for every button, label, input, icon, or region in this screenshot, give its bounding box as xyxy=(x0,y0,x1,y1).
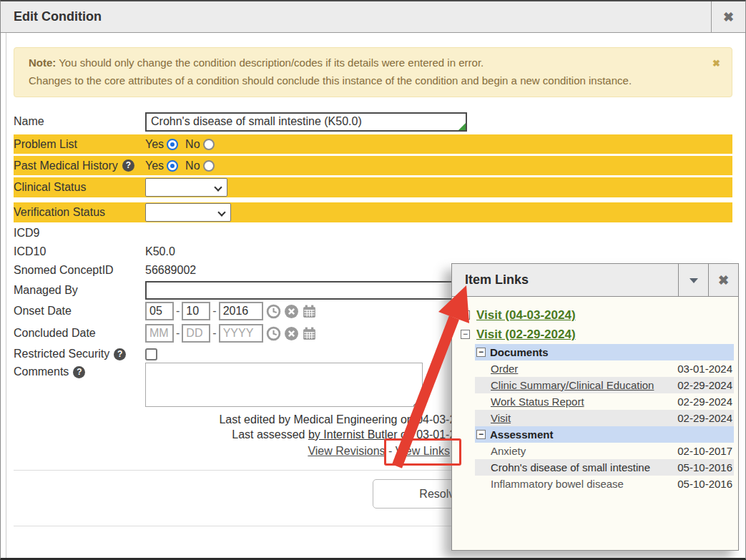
document-row: Order 03-01-2024 xyxy=(475,360,734,377)
close-icon: ✖ xyxy=(723,10,734,24)
left-gutter xyxy=(1,33,6,558)
clear-date-icon[interactable] xyxy=(284,326,299,341)
visit-link-row: − Visit (04-03-2024) xyxy=(461,305,738,325)
chevron-down-icon xyxy=(217,208,225,216)
clock-icon[interactable] xyxy=(266,326,281,341)
document-date: 02-29-2024 xyxy=(672,379,734,391)
assessment-item: Inflammatory bowel disease xyxy=(491,478,672,490)
item-links-header: Item Links ✖ xyxy=(452,264,738,297)
document-link[interactable]: Visit xyxy=(491,412,672,424)
problem-list-label: Problem List xyxy=(14,138,145,151)
verification-status-select[interactable] xyxy=(145,203,231,222)
visit-link[interactable]: Visit (04-03-2024) xyxy=(476,308,576,323)
problem-list-row: Problem List Yes No xyxy=(14,134,732,154)
calendar-icon[interactable] xyxy=(302,304,317,319)
concluded-day-input[interactable] xyxy=(182,324,210,343)
comments-textarea[interactable] xyxy=(145,363,423,407)
calendar-icon[interactable] xyxy=(302,326,317,341)
pmh-yes-radio[interactable] xyxy=(167,160,178,172)
chevron-down-icon xyxy=(214,183,222,191)
problem-list-no-label: No xyxy=(185,138,200,151)
assessment-row: Crohn's disease of small intestine 05-10… xyxy=(475,459,734,476)
revision-links-line: View Revisions - View Links xyxy=(144,445,450,458)
dialog-titlebar: Edit Condition ✖ xyxy=(1,1,745,33)
documents-header-label: Documents xyxy=(490,346,549,358)
clinical-status-select[interactable] xyxy=(145,178,227,197)
collapse-icon[interactable]: − xyxy=(476,348,486,357)
view-revisions-link[interactable]: View Revisions xyxy=(308,445,385,457)
document-link[interactable]: Clinic Summary/Clinical Education xyxy=(491,379,672,391)
last-assessed-prefix: Last assessed xyxy=(232,428,308,441)
concluded-month-input[interactable] xyxy=(145,324,174,343)
assessment-date: 02-10-2017 xyxy=(672,445,734,457)
clock-icon[interactable] xyxy=(266,304,281,319)
document-row: Visit 02-29-2024 xyxy=(475,410,734,426)
concluded-year-input[interactable] xyxy=(219,324,263,343)
pmh-row: Past Medical History Yes No xyxy=(14,156,732,175)
snomed-label: Snomed ConceptID xyxy=(14,264,145,277)
pmh-no-radio[interactable] xyxy=(203,160,215,172)
pmh-yes-label: Yes xyxy=(145,159,164,172)
collapse-icon[interactable]: − xyxy=(461,330,470,339)
problem-list-no-radio[interactable] xyxy=(203,139,215,150)
managed-by-label: Managed By xyxy=(14,284,145,297)
date-separator xyxy=(212,305,216,318)
collapse-icon[interactable]: − xyxy=(476,430,486,439)
note-text-2: Changes to the core attributes of a cond… xyxy=(29,74,703,87)
assessment-item: Anxiety xyxy=(491,445,672,457)
restricted-label-wrap: Restricted Security xyxy=(14,348,145,360)
assessment-item-current: Crohn's disease of small intestine xyxy=(491,461,672,473)
problem-list-yes-label: Yes xyxy=(145,138,164,151)
verification-status-row: Verification Status xyxy=(14,202,732,222)
clinical-status-label: Clinical Status xyxy=(14,181,145,194)
document-date: 03-01-2024 xyxy=(672,363,734,375)
icd10-label: ICD10 xyxy=(14,245,145,258)
onset-date-label: Onset Date xyxy=(14,305,145,318)
name-label: Name xyxy=(14,115,145,128)
item-links-menu-button[interactable] xyxy=(678,264,708,296)
caret-down-icon xyxy=(689,278,698,283)
visit-link[interactable]: Visit (02-29-2024) xyxy=(476,328,576,342)
last-assessed-text: Last assessed by Internist Butler on 03-… xyxy=(144,428,475,441)
assessment-section-header: − Assessment xyxy=(475,426,734,443)
item-links-close-button[interactable]: ✖ xyxy=(708,264,738,296)
collapse-icon[interactable]: − xyxy=(461,310,470,320)
comments-area xyxy=(145,363,423,410)
icd10-value: K50.0 xyxy=(145,245,175,258)
pmh-no-label: No xyxy=(185,159,200,172)
documents-section-header: − Documents xyxy=(475,344,734,360)
verification-status-label: Verification Status xyxy=(14,206,145,219)
restricted-security-label: Restricted Security xyxy=(14,348,109,360)
onset-month-input[interactable] xyxy=(145,302,174,320)
date-separator xyxy=(176,327,180,340)
restricted-help-icon[interactable] xyxy=(114,348,126,360)
onset-year-input[interactable] xyxy=(219,302,263,320)
pmh-help-icon[interactable] xyxy=(122,159,134,172)
document-link[interactable]: Work Status Report xyxy=(491,396,672,408)
edit-condition-dialog: Edit Condition ✖ Note: You should only c… xyxy=(0,0,746,560)
pmh-label-wrap: Past Medical History xyxy=(14,159,145,172)
name-input[interactable] xyxy=(145,112,467,132)
last-assessed-user-link[interactable]: by Internist Butler xyxy=(308,428,398,441)
comments-help-icon[interactable] xyxy=(73,366,85,378)
view-links-link[interactable]: View Links xyxy=(396,445,450,457)
clear-date-icon[interactable] xyxy=(284,304,299,319)
note-label: Note: xyxy=(29,57,56,69)
assessment-header-label: Assessment xyxy=(490,428,553,441)
document-date: 02-29-2024 xyxy=(672,396,734,408)
dialog-close-button[interactable]: ✖ xyxy=(711,1,745,32)
document-link[interactable]: Order xyxy=(491,363,672,375)
last-edited-text: Last edited by Medical Engineering on 04… xyxy=(144,413,475,426)
problem-list-yes-radio[interactable] xyxy=(167,139,178,150)
note-line-1: Note: You should only change the conditi… xyxy=(29,57,703,69)
dialog-title: Edit Condition xyxy=(14,9,102,24)
close-icon: ✖ xyxy=(718,273,729,288)
pmh-label: Past Medical History xyxy=(14,159,118,172)
assessment-date: 05-10-2016 xyxy=(672,461,734,473)
name-field-wrap xyxy=(145,112,467,132)
clinical-status-row: Clinical Status xyxy=(14,177,732,197)
resize-grip-icon xyxy=(413,399,421,406)
restricted-security-checkbox[interactable] xyxy=(145,348,157,360)
onset-day-input[interactable] xyxy=(182,302,210,320)
note-dismiss-icon[interactable]: ✖ xyxy=(712,58,720,69)
